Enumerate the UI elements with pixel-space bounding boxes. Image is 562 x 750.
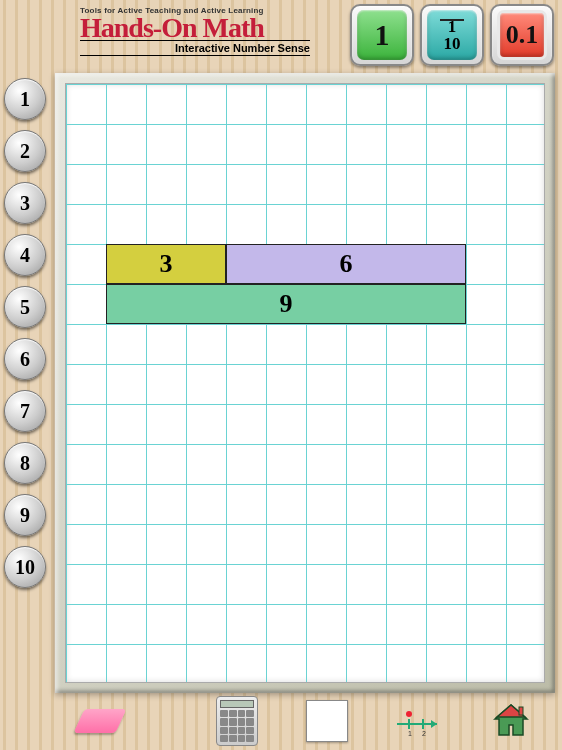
rod-3[interactable]: 3 xyxy=(106,244,226,284)
app-logo: Tools for Active Teaching and Active Lea… xyxy=(80,6,310,56)
svg-point-7 xyxy=(406,711,412,717)
home-icon xyxy=(491,701,531,741)
calculator-tool[interactable] xyxy=(216,696,258,746)
mode-decimal-button[interactable]: 0.1 xyxy=(490,4,554,66)
number-button-8[interactable]: 8 xyxy=(4,442,46,484)
number-button-5[interactable]: 5 xyxy=(4,286,46,328)
svg-text:2: 2 xyxy=(422,730,426,736)
number-button-7[interactable]: 7 xyxy=(4,390,46,432)
home-button[interactable] xyxy=(491,701,531,741)
number-button-10[interactable]: 10 xyxy=(4,546,46,588)
eraser-tool[interactable] xyxy=(79,709,121,733)
rod-6[interactable]: 6 xyxy=(226,244,466,284)
svg-marker-4 xyxy=(431,720,437,728)
clear-icon xyxy=(306,700,348,742)
clear-tool[interactable] xyxy=(306,700,348,742)
rod-9[interactable]: 9 xyxy=(106,284,466,324)
app-title: Hands-On Math xyxy=(80,15,310,40)
number-button-1[interactable]: 1 xyxy=(4,78,46,120)
number-palette: 12345678910 xyxy=(4,78,46,588)
calculator-icon xyxy=(216,696,258,746)
fraction-icon: 1 10 xyxy=(444,18,461,52)
board-frame: 369 xyxy=(55,73,555,693)
number-button-6[interactable]: 6 xyxy=(4,338,46,380)
mode-fraction-button[interactable]: 1 10 xyxy=(420,4,484,66)
numberline-tool[interactable]: 1 2 xyxy=(395,706,443,736)
number-button-9[interactable]: 9 xyxy=(4,494,46,536)
mode-whole-label: 1 xyxy=(375,18,390,52)
number-button-2[interactable]: 2 xyxy=(4,130,46,172)
mode-decimal-label: 0.1 xyxy=(506,20,539,50)
number-button-4[interactable]: 4 xyxy=(4,234,46,276)
number-button-3[interactable]: 3 xyxy=(4,182,46,224)
grid-board[interactable]: 369 xyxy=(65,83,545,683)
numberline-icon: 1 2 xyxy=(395,706,443,736)
svg-text:1: 1 xyxy=(408,730,412,736)
svg-rect-12 xyxy=(519,707,523,715)
toolbar: 1 2 xyxy=(55,696,555,746)
grid-lines xyxy=(66,84,544,682)
mode-whole-button[interactable]: 1 xyxy=(350,4,414,66)
eraser-icon xyxy=(73,709,126,733)
